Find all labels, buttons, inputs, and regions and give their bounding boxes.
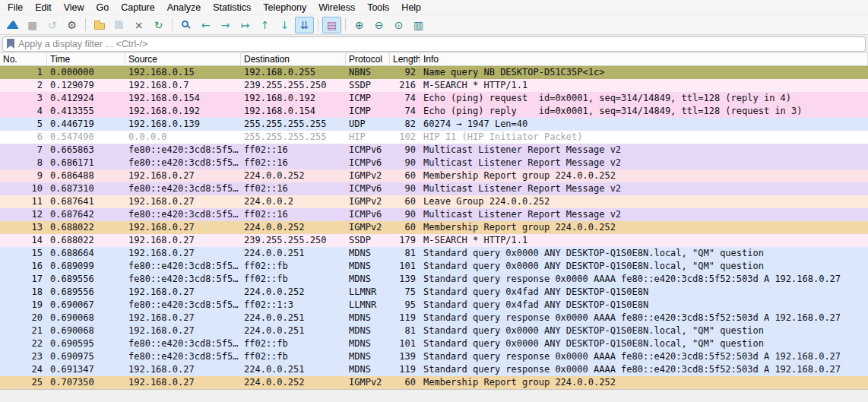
first-packet-icon[interactable]: ↑ <box>255 17 274 33</box>
open-file-icon[interactable] <box>90 17 109 33</box>
cell-length: 216 <box>390 79 420 92</box>
cell-no: 18 <box>0 286 47 299</box>
packet-row-10[interactable]: 100.687310fe80::e420:3cd8:5f5…ff02::16IC… <box>0 182 868 195</box>
cell-destination: ff02::fb <box>241 260 346 273</box>
cell-destination: 224.0.0.252 <box>241 221 346 234</box>
pane-splitter[interactable] <box>0 389 868 402</box>
cell-length: 60 <box>390 221 420 234</box>
cell-source: 0.0.0.0 <box>125 131 241 144</box>
menu-go[interactable]: Go <box>90 1 116 14</box>
packet-row-11[interactable]: 110.687641192.168.0.27224.0.0.2IGMPv260L… <box>0 195 868 208</box>
col-header-time[interactable]: Time <box>47 53 125 65</box>
go-forward-icon[interactable]: → <box>216 17 235 33</box>
capture-options-icon[interactable]: ⚙ <box>62 17 81 33</box>
packet-row-5[interactable]: 50.446719192.168.0.139255.255.255.255UDP… <box>0 118 868 131</box>
zoom-original-icon[interactable]: ⊙ <box>389 17 408 33</box>
start-capture-icon[interactable] <box>3 17 22 33</box>
cell-info: Echo (ping) request id=0x0001, seq=314/1… <box>420 92 868 105</box>
zoom-in-icon[interactable]: ⊕ <box>350 17 369 33</box>
packet-row-19[interactable]: 190.690067fe80::e420:3cd8:5f5…ff02::1:3L… <box>0 299 868 312</box>
close-file-icon[interactable]: × <box>129 17 148 33</box>
last-packet-icon[interactable]: ↓ <box>275 17 294 33</box>
cell-protocol: IGMPv2 <box>346 376 390 389</box>
col-header-length[interactable]: Length <box>390 53 420 65</box>
col-header-no[interactable]: No. <box>0 53 47 65</box>
col-header-protocol[interactable]: Protocol <box>346 53 390 65</box>
cell-info: Standard query 0x0000 ANY DESKTOP-Q1S0E8… <box>420 247 868 260</box>
packet-row-20[interactable]: 200.690068192.168.0.27224.0.0.251MDNS119… <box>0 312 868 324</box>
cell-no: 2 <box>0 79 47 92</box>
menu-analyze[interactable]: Analyze <box>161 1 207 14</box>
cell-info: Echo (ping) reply id=0x0001, seq=314/148… <box>420 105 868 118</box>
colorize-icon[interactable]: ▤ <box>322 17 341 33</box>
cell-destination: ff02::fb <box>241 273 346 286</box>
cell-destination: 224.0.0.252 <box>241 169 346 182</box>
packet-row-3[interactable]: 30.412924192.168.0.154192.168.0.192ICMP7… <box>0 92 868 105</box>
cell-length: 90 <box>390 157 420 169</box>
find-packet-icon[interactable] <box>176 17 195 33</box>
menu-edit[interactable]: Edit <box>29 1 58 14</box>
packet-row-13[interactable]: 130.688022192.168.0.27224.0.0.252IGMPv26… <box>0 221 868 234</box>
cell-length: 119 <box>390 363 420 376</box>
menu-view[interactable]: View <box>58 1 90 14</box>
cell-time: 0.687642 <box>47 208 125 221</box>
packet-row-12[interactable]: 120.687642fe80::e420:3cd8:5f5…ff02::16IC… <box>0 208 868 221</box>
packet-row-9[interactable]: 90.686488192.168.0.27224.0.0.252IGMPv260… <box>0 169 868 182</box>
packet-row-24[interactable]: 240.691347192.168.0.27224.0.0.251MDNS119… <box>0 363 868 376</box>
menu-tools[interactable]: Tools <box>361 1 395 14</box>
filter-bookmark-icon[interactable] <box>7 39 14 49</box>
packet-row-1[interactable]: 10.000000192.168.0.15192.168.0.255NBNS92… <box>0 66 868 79</box>
cell-source: fe80::e420:3cd8:5f5… <box>125 260 241 273</box>
cell-source: 192.168.0.7 <box>125 79 241 92</box>
cell-length: 102 <box>390 131 420 144</box>
cell-no: 12 <box>0 208 47 221</box>
auto-scroll-icon[interactable]: ⇊ <box>295 17 314 33</box>
packet-row-16[interactable]: 160.689099fe80::e420:3cd8:5f5…ff02::fbMD… <box>0 260 868 273</box>
cell-source: 192.168.0.27 <box>125 312 241 324</box>
menu-statistics[interactable]: Statistics <box>207 1 257 14</box>
packet-row-23[interactable]: 230.690975fe80::e420:3cd8:5f5…ff02::fbMD… <box>0 350 868 363</box>
menu-help[interactable]: Help <box>395 1 427 14</box>
cell-length: 90 <box>390 144 420 157</box>
col-header-info[interactable]: Info <box>420 53 868 65</box>
cell-protocol: MDNS <box>346 363 390 376</box>
cell-destination: ff02::16 <box>241 182 346 195</box>
resize-columns-icon[interactable]: ▥ <box>409 17 428 33</box>
packet-row-14[interactable]: 140.688022192.168.0.27239.255.255.250SSD… <box>0 234 868 247</box>
packet-row-18[interactable]: 180.689556192.168.0.27224.0.0.252LLMNR75… <box>0 286 868 299</box>
cell-no: 21 <box>0 324 47 337</box>
menu-telephony[interactable]: Telephony <box>257 1 312 14</box>
packet-row-4[interactable]: 40.413355192.168.0.192192.168.0.154ICMP7… <box>0 105 868 118</box>
cell-length: 139 <box>390 350 420 363</box>
packet-row-25[interactable]: 250.707350192.168.0.27224.0.0.252IGMPv26… <box>0 376 868 389</box>
zoom-out-icon[interactable]: ⊖ <box>369 17 388 33</box>
menu-capture[interactable]: Capture <box>115 1 160 14</box>
reload-file-icon[interactable]: ↻ <box>149 17 168 33</box>
packet-row-17[interactable]: 170.689556fe80::e420:3cd8:5f5…ff02::fbMD… <box>0 273 868 286</box>
go-to-packet-icon[interactable]: ↦ <box>236 17 255 33</box>
cell-length: 60 <box>390 376 420 389</box>
cell-no: 11 <box>0 195 47 208</box>
packet-row-7[interactable]: 70.665863fe80::e420:3cd8:5f5…ff02::16ICM… <box>0 144 868 157</box>
cell-source: fe80::e420:3cd8:5f5… <box>125 182 241 195</box>
menu-file[interactable]: File <box>2 1 29 14</box>
packet-row-15[interactable]: 150.688664192.168.0.27224.0.0.251MDNS81S… <box>0 247 868 260</box>
packet-row-22[interactable]: 220.690595fe80::e420:3cd8:5f5…ff02::fbMD… <box>0 337 868 350</box>
packet-row-6[interactable]: 60.5474900.0.0.0255.255.255.255HIP102HIP… <box>0 131 868 144</box>
packet-row-8[interactable]: 80.686171fe80::e420:3cd8:5f5…ff02::16ICM… <box>0 157 868 169</box>
cell-no: 13 <box>0 221 47 234</box>
packet-row-2[interactable]: 20.129079192.168.0.7239.255.255.250SSDP2… <box>0 79 868 92</box>
open-file-icon <box>94 23 105 30</box>
cell-destination: ff02::16 <box>241 157 346 169</box>
cell-time: 0.686488 <box>47 169 125 182</box>
cell-protocol: ICMPv6 <box>346 144 390 157</box>
cell-no: 6 <box>0 131 47 144</box>
packet-row-21[interactable]: 210.690068192.168.0.27224.0.0.251MDNS81S… <box>0 324 868 337</box>
col-header-source[interactable]: Source <box>125 53 241 65</box>
col-header-destination[interactable]: Destination <box>241 53 346 65</box>
go-back-icon[interactable]: ← <box>196 17 215 33</box>
menu-wireless[interactable]: Wireless <box>312 1 361 14</box>
display-filter-input[interactable] <box>18 39 861 49</box>
display-filter-box[interactable] <box>2 36 866 52</box>
cell-no: 15 <box>0 247 47 260</box>
